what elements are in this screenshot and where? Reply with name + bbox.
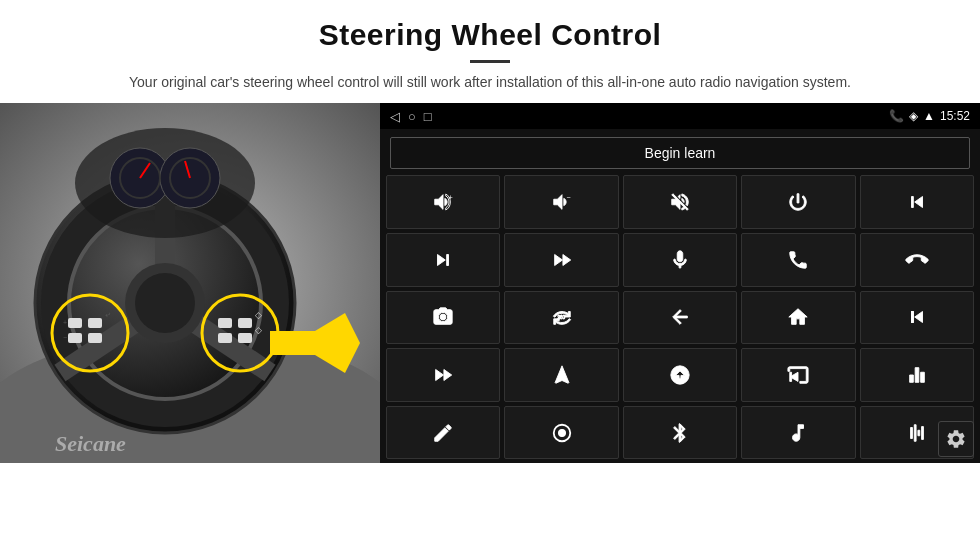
media-btn[interactable]: [741, 348, 855, 402]
android-screen: ◁ ○ □ 📞 ◈ ▲ 15:52 Begin learn +: [380, 103, 980, 463]
svg-text:◇: ◇: [255, 310, 262, 320]
nav-icons: ◁ ○ □: [390, 109, 432, 124]
bluetooth-btn[interactable]: [623, 406, 737, 460]
circle-power-btn[interactable]: [504, 406, 618, 460]
wifi-icon: ◈: [909, 109, 918, 123]
back-nav-icon[interactable]: ◁: [390, 109, 400, 124]
content-area: + − ↩ ◇ ◇ Seicane ◁ ○ □: [0, 103, 980, 463]
grid-row-5: [386, 406, 974, 460]
svg-rect-19: [68, 318, 82, 328]
nav-btn[interactable]: [504, 348, 618, 402]
music-btn[interactable]: [741, 406, 855, 460]
svg-rect-29: [238, 333, 252, 343]
svg-text:Seicane: Seicane: [55, 431, 126, 456]
grid-row-3: 360: [386, 291, 974, 345]
grid-row-2: [386, 233, 974, 287]
svg-text:+: +: [449, 193, 453, 202]
svg-rect-26: [218, 318, 232, 328]
edit-btn[interactable]: [386, 406, 500, 460]
svg-text:+: +: [63, 319, 67, 326]
svg-rect-24: [88, 333, 102, 343]
svg-rect-23: [88, 318, 102, 328]
svg-text:360: 360: [557, 315, 565, 320]
phone-icon: 📞: [889, 109, 904, 123]
status-right-icons: 📞 ◈ ▲ 15:52: [889, 109, 970, 123]
power-btn[interactable]: [741, 175, 855, 229]
svg-rect-20: [68, 333, 82, 343]
grid-row-4: [386, 348, 974, 402]
svg-text:◇: ◇: [255, 325, 262, 335]
steering-wheel-image: + − ↩ ◇ ◇ Seicane: [0, 103, 380, 463]
home-btn[interactable]: [741, 291, 855, 345]
next-btn[interactable]: [386, 233, 500, 287]
signal-icon: ▲: [923, 109, 935, 123]
back-btn[interactable]: [623, 291, 737, 345]
svg-rect-33: [270, 331, 345, 355]
icon-grid: + −: [380, 175, 980, 463]
mic-btn[interactable]: [623, 233, 737, 287]
svg-rect-27: [218, 333, 232, 343]
header-divider: [470, 60, 510, 63]
svg-text:−: −: [566, 193, 570, 202]
status-bar: ◁ ○ □ 📞 ◈ ▲ 15:52: [380, 103, 980, 129]
phone-btn[interactable]: [741, 233, 855, 287]
hang-up-btn[interactable]: [860, 233, 974, 287]
svg-point-41: [558, 429, 565, 436]
home-nav-icon[interactable]: ○: [408, 109, 416, 124]
recents-nav-icon[interactable]: □: [424, 109, 432, 124]
page-title: Steering Wheel Control: [60, 18, 920, 52]
grid-row-1: + −: [386, 175, 974, 229]
vol-down-btn[interactable]: −: [504, 175, 618, 229]
begin-learn-button[interactable]: Begin learn: [390, 137, 970, 169]
swap-btn[interactable]: [623, 348, 737, 402]
header-description: Your original car's steering wheel contr…: [110, 71, 870, 93]
equalizer-btn[interactable]: [860, 348, 974, 402]
svg-point-37: [440, 314, 446, 320]
skip-fwd-btn[interactable]: [504, 233, 618, 287]
prev-btn[interactable]: [860, 175, 974, 229]
svg-rect-39: [911, 312, 913, 323]
time-display: 15:52: [940, 109, 970, 123]
fast-fwd-btn[interactable]: [386, 348, 500, 402]
camera-btn[interactable]: [386, 291, 500, 345]
skip-back-btn[interactable]: [860, 291, 974, 345]
360-view-btn[interactable]: 360: [504, 291, 618, 345]
svg-text:−: −: [63, 334, 67, 341]
header-section: Steering Wheel Control Your original car…: [0, 0, 980, 103]
svg-point-9: [135, 273, 195, 333]
vol-mute-btn[interactable]: [623, 175, 737, 229]
settings-gear-button[interactable]: [938, 421, 974, 457]
begin-learn-row: Begin learn: [380, 129, 980, 175]
vol-up-btn[interactable]: +: [386, 175, 500, 229]
svg-rect-28: [238, 318, 252, 328]
